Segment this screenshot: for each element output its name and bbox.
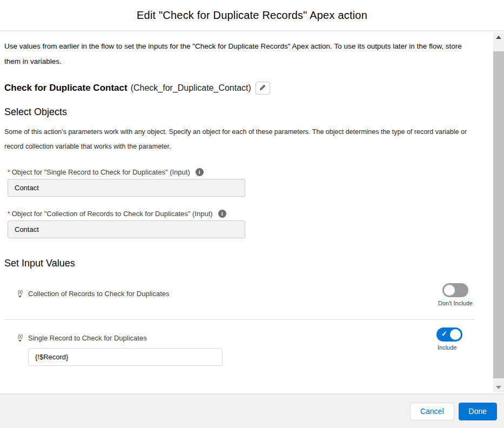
- toggle-state-label: Don't Include: [438, 300, 473, 306]
- field-label: Object for "Single Record to Check for D…: [12, 168, 190, 176]
- scroll-up-button[interactable]: [493, 32, 504, 42]
- input-row-collection: (x) Collection of Records to Check for D…: [4, 276, 474, 314]
- scroll-down-button[interactable]: [493, 383, 504, 392]
- required-asterisk: *: [8, 169, 10, 176]
- edit-name-button[interactable]: [256, 82, 270, 95]
- sobject-record-icon: (x): [15, 334, 25, 342]
- toggle-state-label: Include: [438, 344, 456, 351]
- pencil-icon: [259, 84, 266, 93]
- dialog-footer: Cancel Done: [0, 393, 504, 428]
- toggle-dont-include[interactable]: [442, 283, 468, 297]
- action-name-row: Check for Duplicate Contact (Check_for_D…: [4, 82, 474, 95]
- info-icon[interactable]: i: [218, 210, 226, 218]
- field-label: Object for "Collection of Records to Che…: [12, 210, 213, 218]
- toggle-collection-wrap: Don't Include: [436, 283, 474, 306]
- done-button[interactable]: Done: [459, 403, 497, 420]
- edit-apex-action-dialog: Edit "Check for Duplicate Records" Apex …: [0, 0, 504, 428]
- cancel-button[interactable]: Cancel: [410, 403, 454, 420]
- intro-text: Use values from earlier in the flow to s…: [4, 39, 474, 69]
- field-object-single-record: * Object for "Single Record to Check for…: [8, 168, 245, 197]
- required-asterisk: *: [8, 210, 10, 218]
- select-objects-description: Some of this action's parameters work wi…: [4, 125, 474, 154]
- toggle-knob: [444, 285, 455, 296]
- arrow-up-icon: [496, 36, 501, 39]
- single-record-value-input[interactable]: [28, 348, 223, 366]
- input-row-single-record: (x) Single Record to Check for Duplicate…: [4, 319, 474, 373]
- dialog-title: Edit "Check for Duplicate Records" Apex …: [137, 9, 367, 22]
- object-single-record-input[interactable]: [8, 179, 245, 197]
- arrow-down-icon: [496, 386, 501, 389]
- scrollbar-thumb[interactable]: [493, 51, 504, 378]
- action-label: Check for Duplicate Contact: [4, 83, 127, 93]
- toggle-knob: [450, 329, 461, 340]
- input-row-label: Single Record to Check for Duplicates: [28, 334, 147, 342]
- set-input-values-heading: Set Input Values: [4, 258, 474, 269]
- dialog-body: Use values from earlier in the flow to s…: [0, 32, 504, 393]
- select-objects-heading: Select Objects: [4, 106, 474, 118]
- object-collection-records-input[interactable]: [8, 220, 245, 238]
- sobject-collection-icon: (x): [15, 290, 25, 298]
- input-row-label: Collection of Records to Check for Dupli…: [28, 290, 170, 298]
- dialog-header: Edit "Check for Duplicate Records" Apex …: [0, 0, 504, 31]
- toggle-include[interactable]: ✓: [436, 327, 462, 342]
- field-object-collection-records: * Object for "Collection of Records to C…: [8, 210, 245, 238]
- vertical-scrollbar[interactable]: [493, 32, 504, 392]
- info-icon[interactable]: i: [196, 168, 204, 176]
- action-api-name: (Check_for_Duplicate_Contact): [131, 83, 251, 93]
- toggle-single-record-wrap: ✓ Include: [436, 327, 474, 351]
- check-icon: ✓: [441, 330, 447, 338]
